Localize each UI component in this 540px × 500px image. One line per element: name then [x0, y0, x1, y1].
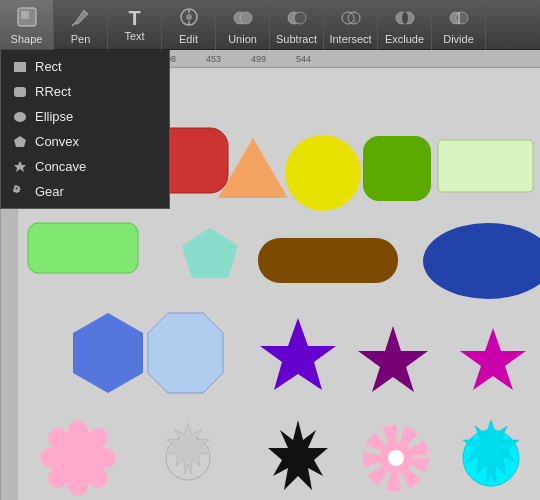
svg-point-39 [388, 450, 404, 466]
svg-point-32 [88, 468, 108, 488]
silver-spiky [166, 423, 210, 480]
menu-item-concave[interactable]: Concave [1, 154, 169, 179]
menu-item-rrect[interactable]: RRect [1, 79, 169, 104]
concave-menu-icon [13, 160, 27, 174]
svg-point-30 [88, 428, 108, 448]
teal-pentagon [182, 228, 238, 278]
intersect-label: Intersect [329, 33, 371, 45]
green-squircle [363, 136, 431, 201]
ellipse-menu-label: Ellipse [35, 109, 73, 124]
ruler-mark: 544 [296, 54, 341, 64]
pink-flower [40, 420, 116, 496]
svg-rect-20 [14, 87, 26, 97]
svg-point-26 [68, 420, 88, 440]
edit-tool[interactable]: Edit [162, 0, 216, 50]
shape-icon [16, 6, 38, 31]
rect-menu-label: Rect [35, 59, 62, 74]
svg-rect-1 [21, 11, 29, 19]
svg-point-8 [240, 12, 252, 24]
svg-marker-23 [14, 161, 26, 172]
concave-menu-label: Concave [35, 159, 86, 174]
intersect-icon [340, 6, 362, 31]
purple-star-6 [260, 318, 336, 390]
divide-tool[interactable]: Divide [432, 0, 486, 50]
toolbar: Shape Pen T Text Edit [0, 0, 540, 50]
ruler-mark: 453 [206, 54, 251, 64]
ruler-mark: 499 [251, 54, 296, 64]
light-green-rect [438, 140, 533, 192]
pen-label: Pen [71, 33, 91, 45]
svg-marker-22 [14, 136, 26, 147]
svg-point-27 [68, 476, 88, 496]
pen-tool[interactable]: Pen [54, 0, 108, 50]
edit-label: Edit [179, 33, 198, 45]
text-label: Text [124, 30, 144, 42]
menu-item-convex[interactable]: Convex [1, 129, 169, 154]
brown-pill [258, 238, 398, 283]
svg-line-2 [72, 24, 74, 26]
convex-menu-label: Convex [35, 134, 79, 149]
svg-point-10 [294, 12, 306, 24]
pink-gear [372, 434, 420, 482]
svg-point-31 [48, 428, 68, 448]
union-icon [232, 6, 254, 31]
black-spiky-star [268, 420, 328, 490]
shape-dropdown: Rect RRect Ellipse Convex Concave Gear [0, 50, 170, 209]
magenta-star-5 [460, 328, 526, 390]
divide-label: Divide [443, 33, 474, 45]
rrect-menu-label: RRect [35, 84, 71, 99]
subtract-tool[interactable]: Subtract [270, 0, 324, 50]
gear-menu-icon [13, 185, 27, 199]
rrect-menu-icon [13, 85, 27, 99]
svg-point-21 [14, 112, 26, 122]
exclude-label: Exclude [385, 33, 424, 45]
svg-rect-19 [14, 62, 26, 72]
svg-point-33 [48, 468, 68, 488]
yellow-circle [285, 135, 361, 211]
menu-item-gear[interactable]: Gear [1, 179, 169, 204]
ellipse-menu-icon [13, 110, 27, 124]
exclude-icon [394, 6, 416, 31]
exclude-tool[interactable]: Exclude [378, 0, 432, 50]
light-blue-octagon [148, 313, 223, 393]
subtract-label: Subtract [276, 33, 317, 45]
dark-purple-star-5 [358, 326, 428, 392]
blue-hexagon [73, 313, 143, 393]
blue-ellipse [423, 223, 540, 299]
convex-menu-icon [13, 135, 27, 149]
text-tool[interactable]: T Text [108, 0, 162, 50]
rect-menu-icon [13, 60, 27, 74]
svg-marker-36 [268, 420, 328, 490]
svg-point-17 [456, 12, 468, 24]
text-icon: T [128, 8, 140, 28]
gear-menu-label: Gear [35, 184, 64, 199]
green-rounded-rect [28, 223, 138, 273]
pen-icon [70, 6, 92, 31]
menu-item-rect[interactable]: Rect [1, 54, 169, 79]
intersect-tool[interactable]: Intersect [324, 0, 378, 50]
cyan-spiky [463, 420, 519, 486]
svg-point-29 [40, 448, 60, 468]
svg-point-28 [96, 448, 116, 468]
subtract-icon [286, 6, 308, 31]
divide-icon [448, 6, 470, 31]
svg-point-15 [402, 12, 408, 24]
union-tool[interactable]: Union [216, 0, 270, 50]
edit-icon [178, 6, 200, 31]
shape-label: Shape [11, 33, 43, 45]
union-label: Union [228, 33, 257, 45]
shape-tool[interactable]: Shape [0, 0, 54, 50]
menu-item-ellipse[interactable]: Ellipse [1, 104, 169, 129]
svg-point-4 [186, 14, 192, 20]
